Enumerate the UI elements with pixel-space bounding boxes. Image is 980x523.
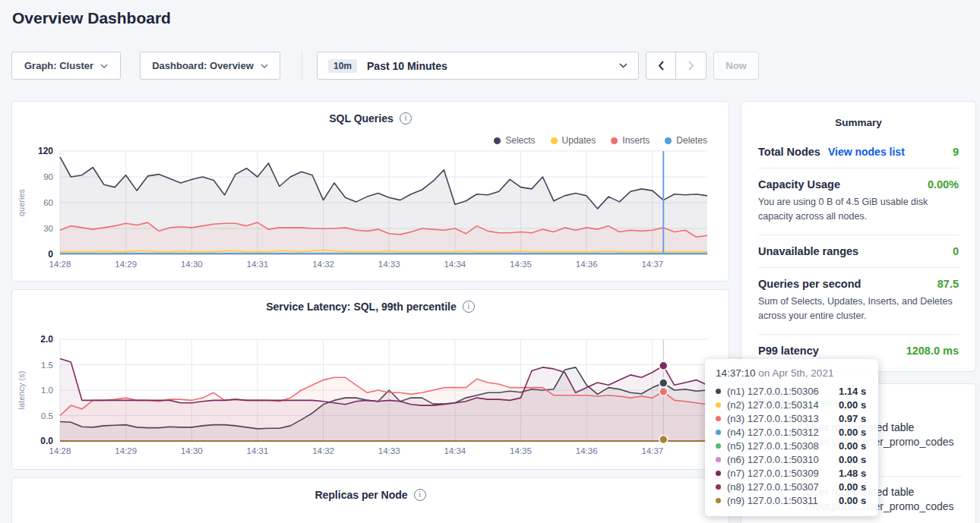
svg-text:14:28: 14:28 xyxy=(49,446,71,455)
tooltip-node-name: (n1) 127.0.0.1:50306 xyxy=(727,386,839,397)
series-dot-icon xyxy=(716,430,721,435)
controls-divider xyxy=(302,52,302,80)
svg-text:14:36: 14:36 xyxy=(576,446,598,455)
tooltip-node-value: 1.48 s xyxy=(839,468,866,479)
chevron-right-icon xyxy=(688,61,694,71)
time-range-selector[interactable]: 10m Past 10 Minutes xyxy=(317,52,639,80)
svg-text:14:29: 14:29 xyxy=(115,260,137,269)
tooltip-node-value: 0.00 s xyxy=(839,454,866,465)
svg-text:14:34: 14:34 xyxy=(444,260,466,269)
p99-latency-label: P99 latency xyxy=(758,345,819,357)
chevron-down-icon xyxy=(619,63,628,68)
svg-text:14:33: 14:33 xyxy=(378,446,400,455)
view-nodes-list-link[interactable]: View nodes list xyxy=(828,146,905,158)
service-latency-chart[interactable]: 0.00.51.01.52.014:2814:2914:3014:3114:32… xyxy=(12,290,729,472)
tooltip-node-name: (n3) 127.0.0.1:50313 xyxy=(727,413,839,424)
series-dot-icon xyxy=(716,457,721,462)
summary-panel: Summary Total Nodes View nodes list 9 Ca… xyxy=(741,101,976,372)
chevron-left-icon xyxy=(658,61,665,71)
svg-text:120: 120 xyxy=(38,146,53,156)
tooltip-node-name: (n6) 127.0.0.1:50310 xyxy=(727,454,839,465)
unavailable-ranges-label: Unavailable ranges xyxy=(758,245,858,257)
tooltip-node-row: (n2) 127.0.0.1:503140.00 s xyxy=(716,398,868,411)
svg-text:0.0: 0.0 xyxy=(40,436,53,446)
svg-text:14:35: 14:35 xyxy=(510,260,532,269)
tooltip-node-row: (n3) 127.0.0.1:503130.97 s xyxy=(716,411,868,425)
tooltip-node-row: (n9) 127.0.0.1:503110.00 s xyxy=(716,493,868,507)
p99-latency-value: 1208.0 ms xyxy=(906,345,959,357)
graph-dropdown[interactable]: Graph: Cluster xyxy=(11,52,121,80)
sql-queries-panel: SQL Queries i SelectsUpdatesInsertsDelet… xyxy=(11,101,729,282)
tooltip-node-value: 0.00 s xyxy=(839,440,866,452)
tooltip-time: 14:37:10 xyxy=(716,367,756,379)
tooltip-node-row: (n8) 127.0.0.1:503070.00 s xyxy=(716,480,868,493)
tooltip-node-value: 0.00 s xyxy=(839,495,866,506)
qps-value: 87.5 xyxy=(937,278,959,290)
qps-desc: Sum of Selects, Updates, Inserts, and De… xyxy=(758,295,959,324)
page-title: Overview Dashboard xyxy=(12,9,171,27)
capacity-label: Capacity Usage xyxy=(758,178,840,191)
tooltip-node-name: (n9) 127.0.0.1:50311 xyxy=(727,495,839,506)
time-range-label: Past 10 Minutes xyxy=(367,60,447,72)
total-nodes-value: 9 xyxy=(953,146,959,158)
series-dot-icon xyxy=(716,416,721,421)
svg-text:14:29: 14:29 xyxy=(115,446,137,455)
time-range-badge: 10m xyxy=(328,59,357,73)
svg-text:14:31: 14:31 xyxy=(247,260,269,269)
svg-text:1.0: 1.0 xyxy=(41,386,53,395)
series-dot-icon xyxy=(716,443,721,449)
tooltip-node-value: 1.14 s xyxy=(839,386,866,397)
tooltip-node-row: (n5) 127.0.0.1:503080.00 s xyxy=(716,439,868,452)
chart-title: Replicas per Node xyxy=(315,489,407,501)
unavailable-ranges-value: 0 xyxy=(953,245,959,257)
summary-row-qps: Queries per second 87.5 Sum of Selects, … xyxy=(758,268,959,335)
svg-text:14:34: 14:34 xyxy=(444,446,466,455)
svg-text:0: 0 xyxy=(48,249,53,260)
tooltip-node-name: (n5) 127.0.0.1:50308 xyxy=(727,440,839,452)
tooltip-node-row: (n7) 127.0.0.1:503091.48 s xyxy=(716,466,868,480)
tooltip-node-name: (n2) 127.0.0.1:50314 xyxy=(727,399,839,411)
svg-text:30: 30 xyxy=(43,224,53,233)
svg-text:14:32: 14:32 xyxy=(312,446,334,455)
svg-text:14:35: 14:35 xyxy=(510,446,532,455)
svg-text:14:30: 14:30 xyxy=(181,446,203,455)
series-dot-icon xyxy=(716,484,721,490)
chart-tooltip: 14:37:10 on Apr 5th, 2021 (n1) 127.0.0.1… xyxy=(705,359,878,516)
tooltip-node-row: (n6) 127.0.0.1:503100.00 s xyxy=(716,452,868,466)
dashboard-controls: Graph: Cluster Dashboard: Overview 10m P… xyxy=(0,52,980,80)
replicas-panel: Replicas per Node i xyxy=(11,477,729,523)
summary-row-capacity: Capacity Usage 0.00% You are using 0 B o… xyxy=(758,169,959,235)
tooltip-node-value: 0.00 s xyxy=(839,399,866,411)
tooltip-timestamp: 14:37:10 on Apr 5th, 2021 xyxy=(716,367,868,379)
time-prev-button[interactable] xyxy=(646,52,677,80)
series-dot-icon xyxy=(716,471,721,476)
tooltip-node-name: (n7) 127.0.0.1:50309 xyxy=(727,468,839,479)
dashboard-dropdown[interactable]: Dashboard: Overview xyxy=(140,52,280,80)
tooltip-node-name: (n4) 127.0.0.1:50312 xyxy=(727,427,839,438)
tooltip-node-row: (n4) 127.0.0.1:503120.00 s xyxy=(716,425,868,439)
tooltip-node-name: (n8) 127.0.0.1:50307 xyxy=(727,481,839,493)
tooltip-node-value: 0.97 s xyxy=(839,413,866,424)
chevron-down-icon xyxy=(100,64,108,68)
time-next-button[interactable] xyxy=(675,52,707,80)
svg-text:0.5: 0.5 xyxy=(41,411,53,421)
svg-text:1.5: 1.5 xyxy=(41,361,53,370)
graph-dropdown-label: Graph: Cluster xyxy=(24,60,93,71)
qps-label: Queries per second xyxy=(758,278,861,290)
svg-text:14:31: 14:31 xyxy=(247,446,269,455)
sql-queries-chart[interactable]: 030609012014:2814:2914:3014:3114:3214:33… xyxy=(12,102,729,284)
svg-text:queries: queries xyxy=(17,188,26,216)
svg-text:latency (s): latency (s) xyxy=(17,371,26,410)
svg-text:60: 60 xyxy=(43,198,53,207)
tooltip-node-value: 0.00 s xyxy=(839,427,866,438)
svg-text:14:32: 14:32 xyxy=(312,260,334,269)
now-button[interactable]: Now xyxy=(713,52,759,80)
total-nodes-label: Total Nodes xyxy=(758,146,820,158)
chevron-down-icon xyxy=(261,64,268,68)
svg-text:14:33: 14:33 xyxy=(378,260,400,269)
dashboard-dropdown-label: Dashboard: Overview xyxy=(152,60,254,71)
series-dot-icon xyxy=(716,402,721,408)
summary-heading: Summary xyxy=(758,112,959,136)
info-icon[interactable]: i xyxy=(414,489,426,501)
service-latency-panel: Service Latency: SQL, 99th percentile i … xyxy=(11,289,729,470)
